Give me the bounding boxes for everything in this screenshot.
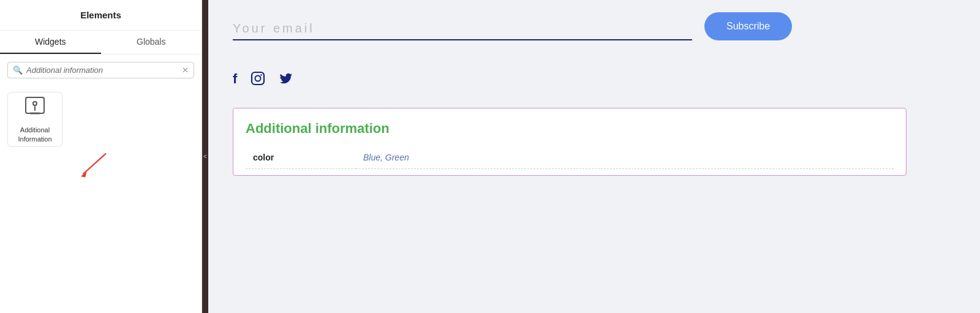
- left-panel: Elements Widgets Globals 🔍 ✕ Additional …: [0, 0, 202, 313]
- panel-title: Elements: [0, 0, 202, 31]
- search-bar: 🔍 ✕: [7, 62, 194, 78]
- instagram-icon[interactable]: [251, 71, 265, 89]
- svg-point-1: [33, 102, 37, 105]
- additional-info-title: Additional information: [246, 121, 894, 137]
- table-row: color Blue, Green: [246, 146, 894, 169]
- search-input[interactable]: [26, 66, 182, 75]
- collapse-icon[interactable]: <: [203, 153, 207, 160]
- clear-icon[interactable]: ✕: [182, 66, 189, 75]
- svg-point-8: [255, 76, 261, 81]
- tab-globals[interactable]: Globals: [101, 31, 202, 54]
- svg-rect-7: [252, 72, 264, 85]
- email-input-wrapper: [233, 18, 692, 40]
- svg-point-9: [261, 74, 262, 75]
- search-icon: 🔍: [13, 66, 23, 75]
- tab-widgets[interactable]: Widgets: [0, 31, 101, 54]
- twitter-icon[interactable]: [279, 71, 293, 89]
- additional-info-block: Additional information color Blue, Green: [233, 108, 907, 176]
- subscribe-section: Subscribe: [233, 12, 956, 53]
- panel-divider[interactable]: <: [202, 0, 208, 313]
- social-icons-section: f: [233, 71, 956, 89]
- info-widget-icon: [24, 96, 46, 122]
- info-label: color: [246, 146, 356, 169]
- subscribe-button[interactable]: Subscribe: [704, 12, 792, 40]
- widgets-grid: Additional Information: [0, 86, 202, 153]
- right-panel: Subscribe f Additional information color…: [208, 0, 980, 313]
- widget-additional-information-label: Additional Information: [8, 126, 62, 143]
- tabs-row: Widgets Globals: [0, 31, 202, 55]
- info-table: color Blue, Green: [246, 146, 894, 169]
- info-value: Blue, Green: [356, 146, 894, 169]
- email-input[interactable]: [233, 18, 692, 40]
- facebook-icon[interactable]: f: [233, 71, 237, 89]
- widget-additional-information[interactable]: Additional Information: [7, 92, 62, 147]
